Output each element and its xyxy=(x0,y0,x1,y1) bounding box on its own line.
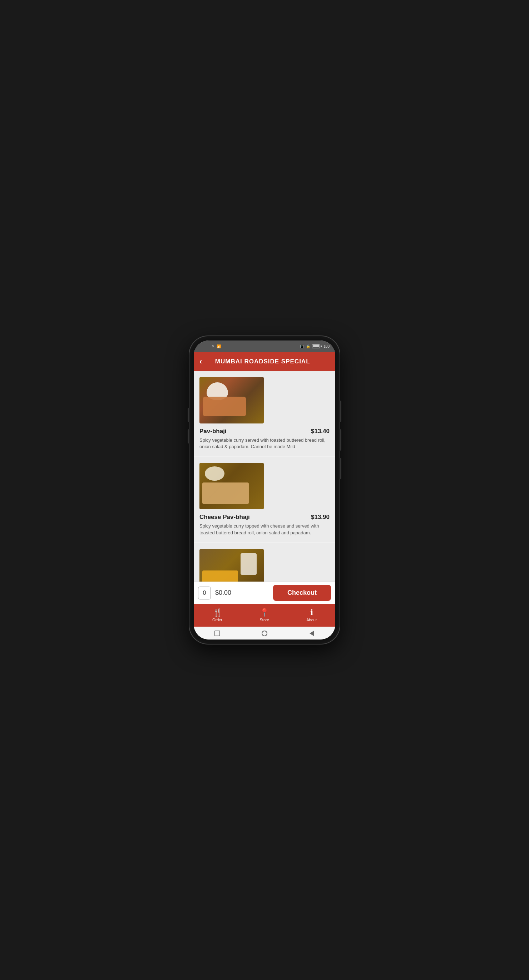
checkout-bar: 0 $0.00 Checkout xyxy=(194,582,335,604)
bottom-nav: 🍴 Order 📍 Store ℹ About xyxy=(194,604,335,627)
wifi-icon: 📶 xyxy=(217,344,221,348)
android-home-button[interactable] xyxy=(261,630,268,637)
android-nav xyxy=(194,627,335,640)
cart-quantity: 0 xyxy=(198,587,211,600)
page-title: MUMBAI ROADSIDE SPECIAL xyxy=(206,358,319,365)
nav-order-label: Order xyxy=(212,618,222,622)
battery-percent: 100 xyxy=(324,344,330,348)
pav-bhaji-name: Pav-bhaji xyxy=(199,428,227,435)
pav-bhaji-price: $13.40 xyxy=(311,428,330,435)
pav-bhaji-image xyxy=(199,377,264,423)
nav-about-label: About xyxy=(306,618,317,622)
phone-screen: ✕ 📶 📳 🔒 100 ‹ MUMBAI ROADSIDE SPECIAL xyxy=(194,340,335,640)
nav-store[interactable]: 📍 Store xyxy=(259,609,269,622)
pav-bhaji-row: Pav-bhaji $13.40 xyxy=(199,428,330,435)
battery-body xyxy=(312,344,320,348)
android-back-button[interactable] xyxy=(308,630,316,637)
battery-fill xyxy=(313,345,319,347)
tava-pulav-image xyxy=(199,549,264,582)
status-bar: ✕ 📶 📳 🔒 100 xyxy=(194,340,335,352)
checkout-button[interactable]: Checkout xyxy=(273,585,331,601)
battery-tip xyxy=(321,345,322,347)
nav-about[interactable]: ℹ About xyxy=(306,609,317,622)
menu-item-pav-bhaji[interactable]: Pav-bhaji $13.40 Spicy vegetable curry s… xyxy=(194,371,335,456)
notification-icon: ✕ xyxy=(211,344,214,348)
home-icon xyxy=(262,630,267,636)
status-right: 📳 🔒 100 xyxy=(300,344,330,348)
cheese-pav-bhaji-desc: Spicy vegetable curry topped with cheese… xyxy=(199,523,330,536)
menu-item-tava-pulav[interactable]: Tava Pulav $12.40 Stir fried rice cooked… xyxy=(194,543,335,582)
store-icon: 📍 xyxy=(259,609,269,617)
cheese-pav-bhaji-image xyxy=(199,463,264,509)
menu-item-cheese-pav-bhaji[interactable]: Cheese Pav-bhaji $13.90 Spicy vegetable … xyxy=(194,457,335,541)
cheese-pav-bhaji-price: $13.90 xyxy=(311,514,330,521)
nav-store-label: Store xyxy=(260,618,269,622)
battery-indicator xyxy=(312,344,322,348)
vibrate-icon: 📳 xyxy=(300,344,304,348)
status-left: ✕ 📶 xyxy=(211,344,221,348)
app-header: ‹ MUMBAI ROADSIDE SPECIAL xyxy=(194,352,335,371)
android-recent-button[interactable] xyxy=(213,630,221,637)
pav-bhaji-desc: Spicy vegetable curry served with toaste… xyxy=(199,437,330,450)
cheese-pav-bhaji-name: Cheese Pav-bhaji xyxy=(199,514,250,521)
menu-scroll-area[interactable]: Pav-bhaji $13.40 Spicy vegetable curry s… xyxy=(194,371,335,582)
back-button[interactable]: ‹ xyxy=(199,357,202,366)
phone-frame: ✕ 📶 📳 🔒 100 ‹ MUMBAI ROADSIDE SPECIAL xyxy=(189,336,340,644)
lock-icon: 🔒 xyxy=(306,344,310,348)
cart-total: $0.00 xyxy=(215,589,269,597)
order-icon: 🍴 xyxy=(213,609,222,617)
recent-apps-icon xyxy=(214,630,220,636)
back-icon xyxy=(310,630,314,636)
nav-order[interactable]: 🍴 Order xyxy=(212,609,222,622)
cheese-pav-bhaji-row: Cheese Pav-bhaji $13.90 xyxy=(199,514,330,521)
about-icon: ℹ xyxy=(310,609,313,617)
